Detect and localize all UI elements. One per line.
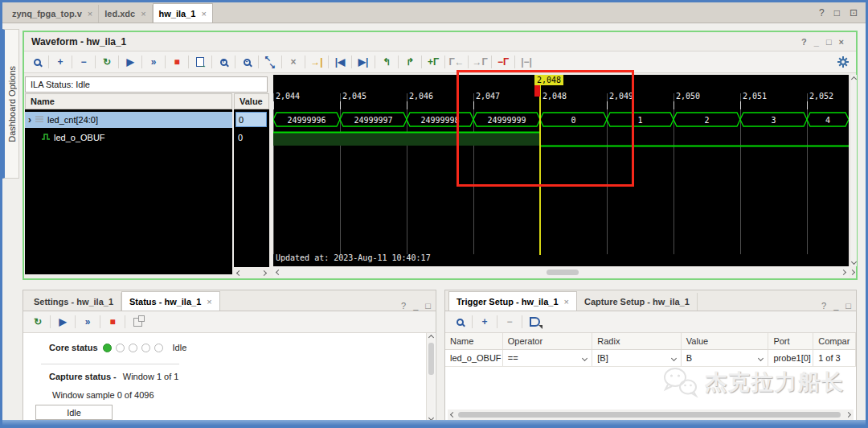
rerun-trigger-icon[interactable]: ↻ [99, 55, 115, 70]
maximize-icon[interactable]: □ [425, 301, 431, 311]
hscroll-thumb[interactable] [458, 412, 841, 418]
tab-zynq-fpga-top-v[interactable]: zynq_fpga_top.v× [6, 5, 99, 23]
stop-trigger-icon[interactable]: ■ [169, 55, 185, 70]
scroll-right-icon[interactable] [845, 412, 851, 418]
find-icon[interactable] [452, 315, 468, 330]
canvas-vertical-scrollbar[interactable] [850, 75, 857, 266]
maximize-icon[interactable]: □ [826, 37, 832, 47]
close-tab-icon[interactable]: × [88, 9, 92, 19]
window-range-icon[interactable]: |−| [518, 55, 534, 70]
remove-trigger-marker-icon[interactable]: −Γ [495, 55, 511, 70]
float-icon[interactable]: ⊡ [850, 7, 858, 19]
scroll-left-icon[interactable] [276, 270, 281, 275]
waveform-canvas[interactable]: 2,0442,0452,0462,0472,0482,0492,0502,051… [273, 75, 849, 266]
refresh-icon[interactable]: ↻ [30, 315, 46, 330]
add-marker-icon[interactable]: →| [309, 55, 325, 70]
canvas-horizontal-scrollbar[interactable] [273, 267, 849, 278]
remove-icon[interactable]: − [76, 55, 92, 70]
cell-value: == [508, 353, 518, 363]
scroll-up-icon[interactable] [850, 76, 856, 82]
chevron-down-icon[interactable] [758, 355, 764, 360]
expand-icon[interactable]: › [28, 116, 31, 124]
core-status-row: Core status Idle [49, 343, 186, 352]
bit-waveform [273, 130, 849, 148]
stop-icon[interactable]: ■ [104, 315, 121, 330]
zoom-in-icon[interactable]: + [215, 55, 231, 70]
tab-capture-setup-hw-ila-1[interactable]: Capture Setup - hw_ila_1 [577, 293, 698, 311]
run-trigger-icon[interactable]: ▶ [55, 315, 71, 330]
vscroll-thumb[interactable] [428, 343, 434, 375]
cell-value[interactable]: B [682, 350, 769, 366]
zoom-fit-icon[interactable] [262, 55, 278, 70]
delete-marker-icon[interactable]: × [285, 55, 301, 70]
chevron-down-icon[interactable] [671, 355, 677, 360]
add-trigger-marker-icon[interactable]: +Γ [425, 55, 441, 70]
bus-value-label: 24999996 [287, 116, 326, 125]
remove-probe-icon[interactable]: − [502, 315, 518, 330]
marker-line[interactable] [539, 84, 541, 255]
dashboard-options-tab[interactable]: Dashboard Options [2, 29, 19, 179]
bus-value-label: 24999999 [487, 116, 526, 125]
tab-status-hw-ila-1[interactable]: Status - hw_ila_1× [121, 291, 220, 311]
scroll-up-icon[interactable] [428, 335, 434, 340]
help-icon[interactable]: ? [819, 7, 825, 19]
goto-start-icon[interactable]: |◀ [332, 55, 348, 70]
help-icon[interactable]: ? [401, 301, 406, 311]
close-tab-icon[interactable]: × [207, 297, 211, 307]
status-vertical-scrollbar[interactable] [426, 333, 435, 422]
export-data-icon[interactable] [192, 55, 208, 70]
add-icon[interactable]: + [52, 55, 68, 70]
zoom-out-icon[interactable]: - [239, 55, 255, 70]
name-panel-scrollbar[interactable] [234, 268, 269, 278]
ila-status-text: ILA Status: Idle [31, 80, 90, 89]
trigger-left-icon[interactable]: Γ← [448, 55, 465, 70]
scroll-right-icon[interactable] [841, 270, 846, 275]
cell-radix[interactable]: [B] [592, 350, 682, 366]
scroll-right-icon[interactable] [261, 270, 267, 275]
tab-settings-hw-ila-1[interactable]: Settings - hw_ila_1 [27, 293, 121, 311]
signal-value[interactable]: 0 [235, 130, 243, 145]
trigger-right-icon[interactable]: →Γ [472, 55, 488, 70]
tab-led-xdc[interactable]: led.xdc× [99, 5, 152, 23]
gate-icon[interactable] [526, 315, 542, 330]
prev-transition-icon[interactable]: ↰ [379, 55, 395, 70]
next-transition-icon[interactable]: ↱ [402, 55, 418, 70]
trigger-horizontal-scrollbar[interactable] [448, 409, 854, 420]
run-immediate-icon[interactable]: » [80, 315, 96, 330]
hscroll-thumb[interactable] [547, 270, 579, 275]
find-icon[interactable] [29, 55, 45, 70]
close-tab-icon[interactable]: × [564, 297, 569, 307]
cell-operator[interactable]: == [503, 350, 593, 366]
close-icon[interactable]: × [839, 37, 844, 47]
help-icon[interactable]: ? [821, 301, 826, 311]
scroll-left-icon[interactable] [450, 412, 456, 418]
maximize-icon[interactable]: □ [834, 7, 840, 19]
scroll-left-icon[interactable] [236, 270, 242, 275]
close-tab-icon[interactable]: × [141, 9, 145, 19]
goto-end-icon[interactable]: ▶| [355, 55, 371, 70]
minimize-icon[interactable]: _ [833, 301, 838, 311]
trigger-table-row[interactable]: led_o_OBUF==[B]Bprobe1[0]1 of 3 [445, 350, 856, 367]
toolbar-separator [421, 56, 422, 68]
scroll-down-icon[interactable] [850, 259, 856, 265]
chevron-down-icon[interactable] [582, 355, 588, 360]
scroll-right-icon[interactable] [850, 270, 855, 275]
run-immediate-icon[interactable]: » [145, 55, 162, 70]
close-tab-icon[interactable]: × [201, 9, 206, 19]
signal-row-led_cnt[24:0][interactable]: ›led_cnt[24:0] [25, 112, 232, 128]
name-column-header[interactable]: Name [25, 93, 232, 109]
tab-label: zynq_fpga_top.v [12, 9, 82, 19]
value-column-header[interactable]: Value [234, 93, 269, 109]
tab-hw-ila-1[interactable]: hw_ila_1× [153, 3, 213, 23]
add-probe-icon[interactable]: + [477, 315, 493, 330]
signal-row-led_o_OBUF[interactable]: led_o_OBUF [25, 130, 232, 146]
maximize-icon[interactable]: □ [845, 301, 851, 311]
minimize-icon[interactable]: _ [413, 301, 418, 311]
minimize-icon[interactable]: _ [814, 37, 819, 47]
tab-trigger-setup-hw-ila-1[interactable]: Trigger Setup - hw_ila_1× [448, 291, 577, 311]
signal-value[interactable]: 0 [235, 112, 267, 127]
help-icon[interactable]: ? [801, 37, 807, 47]
dashboard-icon[interactable] [129, 315, 145, 330]
settings-gear-icon[interactable] [835, 55, 851, 70]
run-trigger-icon[interactable]: ▶ [122, 55, 138, 70]
